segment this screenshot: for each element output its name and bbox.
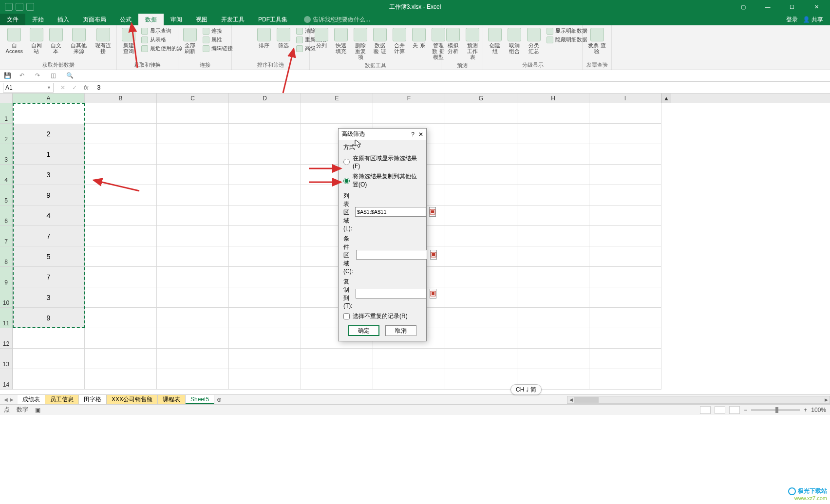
cell[interactable] [517,185,589,205]
dialog-help-icon[interactable]: ? [411,131,415,138]
cell[interactable] [229,124,301,144]
cell[interactable] [445,124,517,144]
cell[interactable] [157,144,229,165]
name-box[interactable]: A1 ▼ [3,83,54,93]
list-range-refedit-icon[interactable] [429,207,436,217]
cell[interactable] [229,369,301,390]
cell[interactable] [157,165,229,185]
cell[interactable] [229,103,301,124]
formula-input[interactable]: 3 [94,84,830,91]
cell[interactable] [517,308,589,328]
relationships-button[interactable]: 关 系 [410,27,428,49]
cell[interactable]: 5 [13,246,85,267]
cell[interactable] [445,185,517,205]
radio-copy-to-other[interactable]: 将筛选结果复制到其他位置(O) [343,172,421,189]
row-header[interactable]: 8 [0,246,13,267]
cell[interactable] [229,246,301,267]
view-page-layout-icon[interactable] [715,406,725,414]
cell[interactable] [445,144,517,165]
col-header-A[interactable]: A [13,93,85,103]
cell[interactable]: 4 [13,205,85,226]
col-header-B[interactable]: B [85,93,157,103]
cell[interactable] [301,349,373,369]
criteria-range-refedit-icon[interactable] [430,250,437,260]
cell[interactable] [517,349,589,369]
cell[interactable] [157,185,229,205]
sort-desc-icon[interactable] [245,30,253,38]
cell[interactable] [517,144,589,165]
qat2-print-icon[interactable]: ◫ [51,72,58,80]
sheet-tab-tianzige[interactable]: 田字格 [79,395,107,404]
tab-data[interactable]: 数据 [138,14,164,25]
cell[interactable] [589,185,661,205]
select-all-corner[interactable] [0,93,13,103]
row-header[interactable]: 14 [0,369,13,390]
cell[interactable] [229,185,301,205]
from-text-button[interactable]: 自文本 [47,27,65,55]
cell[interactable] [157,308,229,328]
cell[interactable] [445,287,517,308]
cell[interactable] [13,349,85,369]
tab-home[interactable]: 开始 [25,14,51,25]
dialog-ok-button[interactable]: 确定 [348,325,379,336]
cell[interactable] [85,185,157,205]
tab-formulas[interactable]: 公式 [113,14,138,25]
cell[interactable] [85,144,157,165]
cell[interactable]: 7 [13,226,85,246]
consolidate-button[interactable]: 合并计算 [391,27,408,55]
cell[interactable] [589,165,661,185]
cell[interactable] [85,267,157,287]
edit-links-button[interactable]: 编辑链接 [201,44,235,53]
qat-undo-icon[interactable] [16,3,23,11]
cell[interactable] [157,328,229,349]
cell[interactable]: 9 [13,185,85,205]
cell[interactable] [85,246,157,267]
from-other-button[interactable]: 自其他来源 [67,27,91,55]
cell[interactable] [589,144,661,165]
cell[interactable] [85,328,157,349]
cell[interactable] [589,246,661,267]
cell[interactable] [157,124,229,144]
cell[interactable] [589,369,661,390]
whatif-button[interactable]: 模拟分析 [444,27,462,55]
cell[interactable] [445,369,517,390]
cell[interactable] [85,308,157,328]
properties-button[interactable]: 属性 [201,36,235,44]
hscroll-thumb[interactable] [574,397,599,403]
from-table-button[interactable]: 从表格 [139,36,184,44]
cell[interactable]: 9 [13,308,85,328]
cell[interactable] [445,205,517,226]
cell[interactable] [589,328,661,349]
cell[interactable] [157,267,229,287]
remove-duplicates-button[interactable]: 删除 重复项 [352,27,369,61]
col-header-C[interactable]: C [157,93,229,103]
cell[interactable] [229,328,301,349]
row-header[interactable]: 5 [0,185,13,205]
tab-dev[interactable]: 开发工具 [214,14,251,25]
zoom-in-button[interactable]: + [804,407,807,413]
cell[interactable] [229,205,301,226]
cell[interactable] [517,103,589,124]
ime-indicator[interactable]: CH ♩ 简 [510,384,542,395]
cell[interactable] [301,369,373,390]
flash-fill-button[interactable]: 快速填充 [332,27,350,55]
sheet-tab-employees[interactable]: 员工信息 [45,395,79,404]
copy-to-refedit-icon[interactable] [430,289,436,299]
horizontal-scrollbar[interactable]: ◀ ▶ [567,396,830,404]
cell[interactable]: 2 [13,124,85,144]
sheet-tab-courses[interactable]: 课程表 [158,395,186,404]
cell[interactable] [85,103,157,124]
sheet-tab-sales[interactable]: XXX公司销售额 [107,395,158,404]
cell[interactable] [517,124,589,144]
row-header[interactable]: 10 [0,287,13,308]
cell[interactable] [229,287,301,308]
col-header-I[interactable]: I [589,93,661,103]
from-access-button[interactable]: 自 Access [3,27,26,55]
col-header-D[interactable]: D [229,93,301,103]
row-header[interactable]: 4 [0,165,13,185]
cell[interactable] [445,103,517,124]
new-query-button[interactable]: 新建 查询 [120,27,137,55]
group-button[interactable]: 创建组 [486,27,504,55]
cell[interactable] [85,124,157,144]
cell[interactable] [445,308,517,328]
